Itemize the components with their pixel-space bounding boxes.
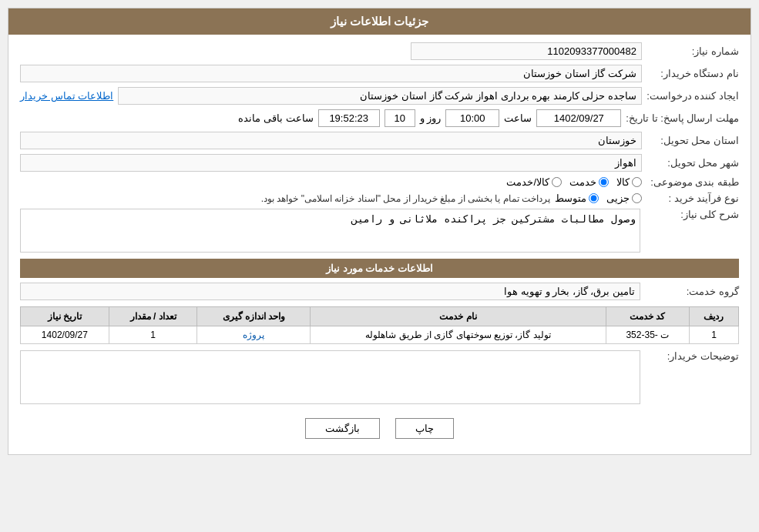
mohlat-time: 10:00	[445, 109, 499, 127]
mohlat-time-label: ساعت	[504, 112, 532, 124]
tabaghe-label: طبقه بندی موضوعی:	[646, 176, 739, 188]
sharh-kolli-textarea[interactable]	[20, 209, 640, 253]
nam-dastgah-value: شرکت گاز استان خوزستان	[20, 65, 642, 82]
shomare-niaz-label: شماره نیاز:	[646, 45, 739, 57]
mohlat-roz: 10	[385, 109, 415, 127]
shahr-label: شهر محل تحویل:	[646, 157, 739, 169]
back-button[interactable]: بازگشت	[305, 418, 380, 439]
mohlat-remaining-label: ساعت باقی مانده	[238, 112, 313, 124]
col-radif: ردیف	[689, 307, 738, 326]
col-tedad: تعداد / مقدار	[109, 307, 197, 326]
shahr-value: اهواز	[20, 154, 642, 172]
ijad-konande-label: ایجاد کننده درخواست:	[646, 90, 739, 102]
tabaghe-khedmat[interactable]: خدمت	[569, 176, 609, 188]
sharh-kolli-label: شرح کلی نیاز:	[646, 209, 739, 220]
tabaghe-kala[interactable]: کالا	[616, 176, 642, 188]
farayand-motavaset[interactable]: متوسط	[555, 192, 599, 204]
contact-link[interactable]: اطلاعات تماس خریدار	[20, 90, 113, 102]
mohlat-remaining: 19:52:23	[318, 109, 380, 127]
table-row: 1ت -35-352تولید گاز، توزیع سوختهای گازی …	[21, 326, 739, 344]
farayand-jozei[interactable]: جزیی	[606, 192, 642, 204]
mohlat-roz-label: روز و	[420, 112, 442, 124]
page-title: جزئیات اطلاعات نیاز	[8, 8, 751, 35]
grohe-khedmat-value: تامین برق، گاز، بخار و تهویه هوا	[20, 283, 640, 300]
mohlat-label: مهلت ارسال پاسخ: تا تاریخ:	[626, 112, 739, 124]
ostan-value: خوزستان	[20, 132, 642, 149]
noe-farayand-label: نوع فرآیند خرید :	[646, 192, 739, 204]
services-table: ردیف کد خدمت نام خدمت واحد اندازه گیری ت…	[20, 306, 739, 344]
khadamat-section-title: اطلاعات خدمات مورد نیاز	[20, 259, 739, 278]
nam-dastgah-label: نام دستگاه خریدار:	[646, 68, 739, 79]
col-nam: نام خدمت	[311, 307, 606, 326]
tabaghe-kala-khedmat[interactable]: کالا/خدمت	[506, 176, 562, 188]
ijad-konande-value: ساجده حزلی کارمند بهره برداری اهواز شرکت…	[118, 87, 642, 105]
buttons-row: چاپ بازگشت	[20, 410, 739, 447]
shomare-niaz-value: 1102093377000482	[411, 42, 642, 60]
toseef-label: توضیحات خریدار:	[646, 350, 739, 362]
noe-farayand-radio-group: جزیی متوسط	[555, 192, 642, 204]
toseef-textarea[interactable]	[20, 350, 640, 404]
mohlat-date: 1402/09/27	[536, 109, 621, 127]
col-kod: کد خدمت	[606, 307, 689, 326]
grohe-khedmat-label: گروه خدمت:	[646, 286, 739, 297]
print-button[interactable]: چاپ	[395, 418, 454, 439]
farayand-note: پرداخت تمام یا بخشی از مبلغ خریدار از مح…	[261, 193, 550, 204]
ostan-label: استان محل تحویل:	[646, 135, 739, 146]
col-vahed: واحد اندازه گیری	[197, 307, 311, 326]
tabaghe-radio-group: کالا خدمت کالا/خدمت	[506, 176, 642, 188]
col-tarikh: تاریخ نیاز	[21, 307, 109, 326]
